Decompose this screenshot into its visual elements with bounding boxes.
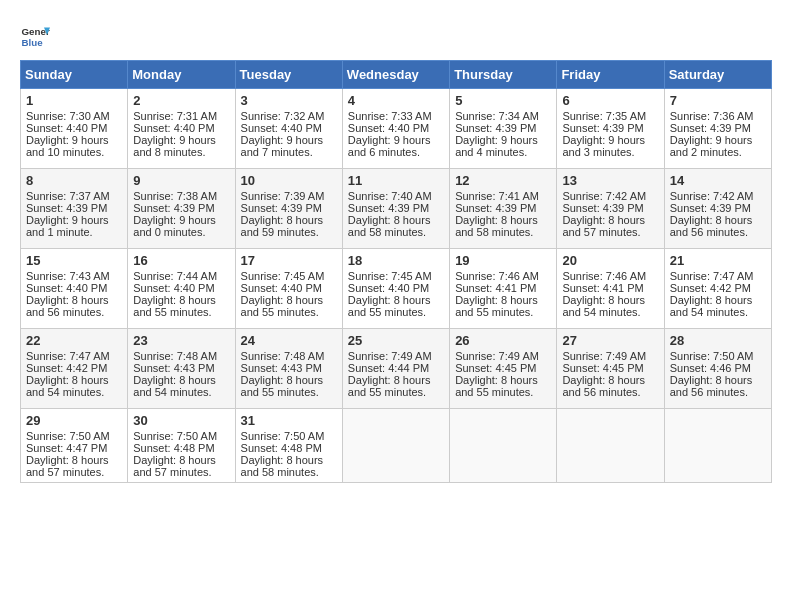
sunrise-label: Sunrise: 7:45 AM — [348, 270, 432, 282]
sunset-label: Sunset: 4:40 PM — [133, 122, 214, 134]
sunset-label: Sunset: 4:39 PM — [562, 122, 643, 134]
day-number: 23 — [133, 333, 229, 348]
calendar-cell: 29Sunrise: 7:50 AMSunset: 4:47 PMDayligh… — [21, 409, 128, 483]
daylight-label: Daylight: 9 hours and 2 minutes. — [670, 134, 753, 158]
daylight-label: Daylight: 8 hours and 57 minutes. — [26, 454, 109, 478]
calendar-cell: 14Sunrise: 7:42 AMSunset: 4:39 PMDayligh… — [664, 169, 771, 249]
daylight-label: Daylight: 8 hours and 55 minutes. — [348, 374, 431, 398]
sunset-label: Sunset: 4:43 PM — [133, 362, 214, 374]
sunrise-label: Sunrise: 7:38 AM — [133, 190, 217, 202]
calendar-cell: 18Sunrise: 7:45 AMSunset: 4:40 PMDayligh… — [342, 249, 449, 329]
sunrise-label: Sunrise: 7:33 AM — [348, 110, 432, 122]
calendar-table: SundayMondayTuesdayWednesdayThursdayFrid… — [20, 60, 772, 483]
calendar-cell: 23Sunrise: 7:48 AMSunset: 4:43 PMDayligh… — [128, 329, 235, 409]
sunrise-label: Sunrise: 7:47 AM — [26, 350, 110, 362]
day-number: 1 — [26, 93, 122, 108]
daylight-label: Daylight: 8 hours and 59 minutes. — [241, 214, 324, 238]
calendar-cell: 2Sunrise: 7:31 AMSunset: 4:40 PMDaylight… — [128, 89, 235, 169]
daylight-label: Daylight: 8 hours and 54 minutes. — [26, 374, 109, 398]
sunset-label: Sunset: 4:39 PM — [670, 202, 751, 214]
calendar-cell: 16Sunrise: 7:44 AMSunset: 4:40 PMDayligh… — [128, 249, 235, 329]
sunset-label: Sunset: 4:41 PM — [455, 282, 536, 294]
day-number: 10 — [241, 173, 337, 188]
daylight-label: Daylight: 8 hours and 55 minutes. — [455, 294, 538, 318]
calendar-cell: 3Sunrise: 7:32 AMSunset: 4:40 PMDaylight… — [235, 89, 342, 169]
day-number: 19 — [455, 253, 551, 268]
day-number: 24 — [241, 333, 337, 348]
sunrise-label: Sunrise: 7:35 AM — [562, 110, 646, 122]
calendar-cell: 15Sunrise: 7:43 AMSunset: 4:40 PMDayligh… — [21, 249, 128, 329]
daylight-label: Daylight: 8 hours and 56 minutes. — [670, 214, 753, 238]
daylight-label: Daylight: 8 hours and 56 minutes. — [670, 374, 753, 398]
sunrise-label: Sunrise: 7:50 AM — [26, 430, 110, 442]
calendar-cell — [557, 409, 664, 483]
daylight-label: Daylight: 8 hours and 54 minutes. — [133, 374, 216, 398]
sunrise-label: Sunrise: 7:46 AM — [455, 270, 539, 282]
sunset-label: Sunset: 4:40 PM — [348, 122, 429, 134]
col-header-sunday: Sunday — [21, 61, 128, 89]
sunrise-label: Sunrise: 7:45 AM — [241, 270, 325, 282]
calendar-cell: 24Sunrise: 7:48 AMSunset: 4:43 PMDayligh… — [235, 329, 342, 409]
sunset-label: Sunset: 4:47 PM — [26, 442, 107, 454]
day-number: 13 — [562, 173, 658, 188]
sunrise-label: Sunrise: 7:31 AM — [133, 110, 217, 122]
day-number: 4 — [348, 93, 444, 108]
day-number: 9 — [133, 173, 229, 188]
sunrise-label: Sunrise: 7:48 AM — [133, 350, 217, 362]
day-number: 12 — [455, 173, 551, 188]
day-number: 5 — [455, 93, 551, 108]
calendar-cell: 25Sunrise: 7:49 AMSunset: 4:44 PMDayligh… — [342, 329, 449, 409]
week-row-5: 29Sunrise: 7:50 AMSunset: 4:47 PMDayligh… — [21, 409, 772, 483]
sunrise-label: Sunrise: 7:37 AM — [26, 190, 110, 202]
calendar-cell: 30Sunrise: 7:50 AMSunset: 4:48 PMDayligh… — [128, 409, 235, 483]
calendar-cell: 9Sunrise: 7:38 AMSunset: 4:39 PMDaylight… — [128, 169, 235, 249]
sunset-label: Sunset: 4:39 PM — [241, 202, 322, 214]
sunrise-label: Sunrise: 7:48 AM — [241, 350, 325, 362]
calendar-cell: 27Sunrise: 7:49 AMSunset: 4:45 PMDayligh… — [557, 329, 664, 409]
sunrise-label: Sunrise: 7:34 AM — [455, 110, 539, 122]
day-number: 2 — [133, 93, 229, 108]
day-number: 3 — [241, 93, 337, 108]
calendar-cell: 11Sunrise: 7:40 AMSunset: 4:39 PMDayligh… — [342, 169, 449, 249]
daylight-label: Daylight: 9 hours and 10 minutes. — [26, 134, 109, 158]
col-header-monday: Monday — [128, 61, 235, 89]
calendar-cell: 22Sunrise: 7:47 AMSunset: 4:42 PMDayligh… — [21, 329, 128, 409]
calendar-cell: 26Sunrise: 7:49 AMSunset: 4:45 PMDayligh… — [450, 329, 557, 409]
daylight-label: Daylight: 9 hours and 6 minutes. — [348, 134, 431, 158]
sunset-label: Sunset: 4:40 PM — [241, 122, 322, 134]
calendar-cell: 17Sunrise: 7:45 AMSunset: 4:40 PMDayligh… — [235, 249, 342, 329]
sunset-label: Sunset: 4:44 PM — [348, 362, 429, 374]
col-header-wednesday: Wednesday — [342, 61, 449, 89]
daylight-label: Daylight: 8 hours and 55 minutes. — [348, 294, 431, 318]
day-number: 11 — [348, 173, 444, 188]
day-number: 25 — [348, 333, 444, 348]
logo: General Blue — [20, 20, 54, 50]
day-number: 6 — [562, 93, 658, 108]
calendar-cell: 20Sunrise: 7:46 AMSunset: 4:41 PMDayligh… — [557, 249, 664, 329]
sunrise-label: Sunrise: 7:44 AM — [133, 270, 217, 282]
calendar-cell — [664, 409, 771, 483]
sunset-label: Sunset: 4:45 PM — [562, 362, 643, 374]
day-number: 17 — [241, 253, 337, 268]
day-number: 27 — [562, 333, 658, 348]
calendar-cell: 21Sunrise: 7:47 AMSunset: 4:42 PMDayligh… — [664, 249, 771, 329]
sunrise-label: Sunrise: 7:47 AM — [670, 270, 754, 282]
calendar-cell: 4Sunrise: 7:33 AMSunset: 4:40 PMDaylight… — [342, 89, 449, 169]
col-header-saturday: Saturday — [664, 61, 771, 89]
calendar-cell: 8Sunrise: 7:37 AMSunset: 4:39 PMDaylight… — [21, 169, 128, 249]
day-number: 14 — [670, 173, 766, 188]
sunset-label: Sunset: 4:39 PM — [670, 122, 751, 134]
sunrise-label: Sunrise: 7:39 AM — [241, 190, 325, 202]
sunset-label: Sunset: 4:45 PM — [455, 362, 536, 374]
sunrise-label: Sunrise: 7:41 AM — [455, 190, 539, 202]
sunrise-label: Sunrise: 7:49 AM — [455, 350, 539, 362]
day-number: 26 — [455, 333, 551, 348]
daylight-label: Daylight: 9 hours and 1 minute. — [26, 214, 109, 238]
daylight-label: Daylight: 8 hours and 56 minutes. — [562, 374, 645, 398]
day-number: 18 — [348, 253, 444, 268]
sunrise-label: Sunrise: 7:36 AM — [670, 110, 754, 122]
sunset-label: Sunset: 4:40 PM — [241, 282, 322, 294]
daylight-label: Daylight: 9 hours and 7 minutes. — [241, 134, 324, 158]
calendar-cell: 5Sunrise: 7:34 AMSunset: 4:39 PMDaylight… — [450, 89, 557, 169]
daylight-label: Daylight: 9 hours and 4 minutes. — [455, 134, 538, 158]
